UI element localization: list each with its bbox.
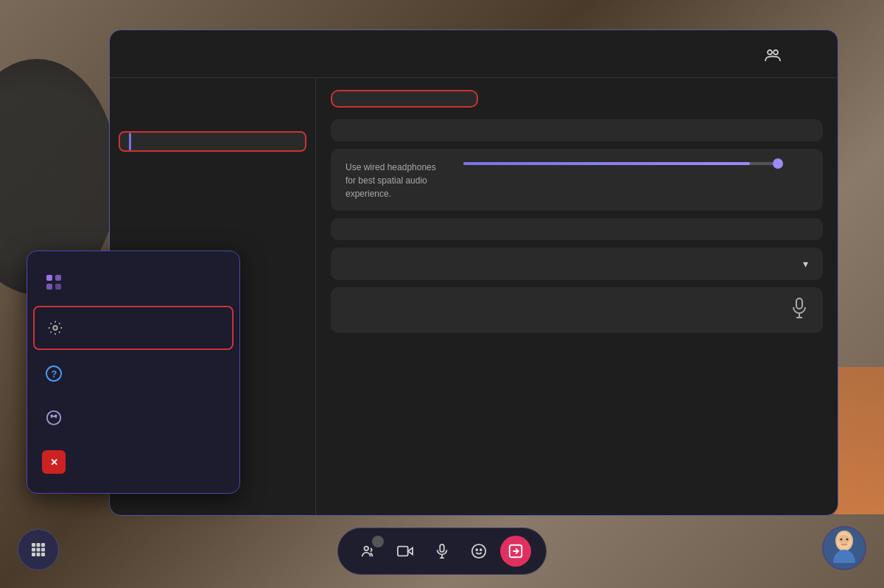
camera-button[interactable] — [390, 536, 421, 567]
chevron-down-icon: ▾ — [803, 258, 808, 270]
slider-track[interactable] — [463, 162, 782, 165]
test-mic-info — [345, 309, 790, 311]
settings-header — [110, 30, 838, 78]
test-mic-row — [331, 287, 823, 333]
apps-button[interactable] — [18, 529, 59, 570]
quit-icon: ✕ — [42, 450, 66, 474]
svg-point-0 — [768, 50, 772, 55]
mic-device-action: ▾ — [797, 258, 808, 270]
settings-icon — [43, 316, 67, 340]
svg-point-35 — [838, 535, 850, 544]
svg-point-12 — [47, 411, 60, 424]
svg-rect-19 — [37, 548, 41, 552]
svg-text:?: ? — [52, 368, 57, 379]
svg-rect-21 — [32, 553, 35, 556]
people-icon-btn[interactable] — [761, 43, 785, 67]
nav-display-sound[interactable] — [119, 131, 306, 152]
volume-slider-area — [463, 159, 808, 165]
volume-info: Use wired headphonesfor best spatial aud… — [345, 159, 463, 200]
svg-rect-7 — [46, 284, 52, 290]
people-count — [372, 536, 384, 547]
svg-rect-22 — [37, 553, 41, 556]
speakers-row — [331, 119, 823, 141]
volume-subtitle: Use wired headphonesfor best spatial aud… — [345, 161, 463, 200]
svg-rect-5 — [46, 275, 52, 281]
nav-general[interactable] — [110, 90, 315, 111]
svg-point-14 — [55, 415, 57, 416]
menu-item-feedback[interactable] — [27, 396, 239, 440]
svg-point-24 — [365, 547, 369, 551]
help-icon: ? — [42, 362, 66, 385]
svg-rect-6 — [55, 275, 61, 281]
svg-rect-20 — [41, 548, 45, 552]
feedback-icon — [42, 406, 66, 430]
svg-rect-8 — [55, 284, 61, 290]
avatar-button[interactable] — [822, 526, 866, 570]
svg-point-13 — [51, 415, 52, 416]
share-button[interactable] — [500, 536, 531, 567]
dashboard-icon — [42, 270, 66, 294]
menu-item-settings[interactable] — [33, 306, 234, 350]
mic-dropdown-button[interactable]: ▾ — [797, 258, 808, 270]
menu-item-dashboard[interactable] — [27, 260, 239, 304]
emoji-button[interactable] — [463, 536, 494, 567]
svg-rect-18 — [32, 548, 35, 552]
test-speaker-info — [345, 228, 808, 230]
mic-taskbar-button[interactable] — [427, 536, 457, 567]
test-mic-action — [790, 298, 808, 323]
svg-point-29 — [472, 545, 485, 558]
svg-rect-16 — [37, 543, 41, 547]
nav-controls[interactable] — [110, 111, 315, 131]
test-speaker-row[interactable] — [331, 218, 823, 240]
svg-point-31 — [480, 549, 482, 550]
svg-rect-26 — [440, 545, 444, 552]
svg-rect-25 — [398, 547, 408, 556]
devices-header — [331, 90, 478, 108]
close-button[interactable] — [796, 43, 820, 67]
svg-point-9 — [53, 326, 57, 330]
menu-item-quit[interactable]: ✕ — [27, 440, 239, 484]
svg-rect-15 — [32, 543, 35, 547]
svg-point-30 — [476, 549, 477, 550]
app-volume-row: Use wired headphonesfor best spatial aud… — [331, 149, 823, 211]
svg-rect-23 — [41, 553, 45, 556]
svg-point-1 — [774, 50, 778, 55]
svg-point-36 — [841, 539, 843, 541]
speakers-info — [345, 130, 808, 131]
test-mic-button[interactable] — [790, 298, 808, 323]
svg-point-37 — [846, 539, 849, 541]
mic-device-row: ▾ — [331, 248, 823, 280]
slider-thumb[interactable] — [773, 158, 783, 169]
svg-rect-2 — [796, 298, 802, 309]
taskbar — [337, 528, 547, 575]
people-button[interactable] — [353, 536, 384, 567]
header-icons — [761, 43, 820, 67]
slider-fill — [463, 162, 750, 165]
context-menu: ? ✕ — [27, 251, 240, 494]
mic-device-info — [345, 263, 797, 265]
menu-item-help[interactable]: ? — [27, 351, 239, 396]
svg-rect-17 — [41, 543, 45, 547]
settings-content: Use wired headphonesfor best spatial aud… — [316, 78, 838, 515]
